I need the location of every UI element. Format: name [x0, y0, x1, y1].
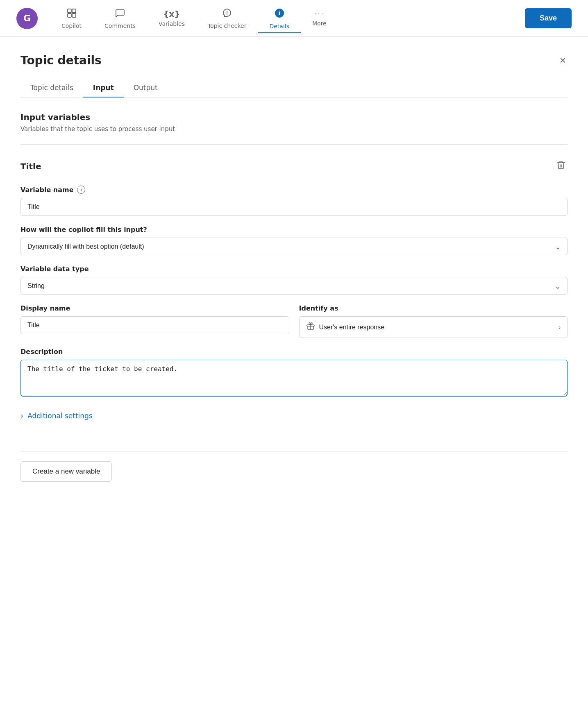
identify-as-group: Identify as User's entire r: [299, 304, 568, 338]
additional-settings-toggle[interactable]: › Additional settings: [20, 408, 568, 423]
nav-items: Copilot Comments {x} Variables Topi: [50, 4, 521, 33]
additional-settings-chevron-icon: ›: [20, 411, 23, 420]
display-name-group: Display name: [20, 304, 289, 338]
display-name-label: Display name: [20, 304, 289, 312]
fill-input-label: How will the copilot fill this input?: [20, 226, 568, 234]
section-divider: [20, 144, 568, 145]
avatar: G: [16, 8, 38, 29]
identify-as-left: User's entire response: [306, 322, 385, 333]
variable-name-info-icon[interactable]: i: [77, 186, 85, 194]
topbar: G Copilot Comments {x} Va: [0, 0, 588, 37]
data-type-select-wrapper: String ⌄: [20, 277, 568, 295]
variable-card-title: Title: [20, 161, 41, 171]
fill-input-group: How will the copilot fill this input? Dy…: [20, 226, 568, 255]
details-label: Details: [269, 23, 289, 29]
nav-item-details[interactable]: i Details: [258, 4, 301, 33]
nav-item-comments[interactable]: Comments: [93, 5, 147, 32]
description-input[interactable]: The title of the ticket to be created.: [20, 360, 568, 397]
delete-variable-button[interactable]: [554, 159, 568, 174]
page-header: Topic details ×: [20, 53, 568, 67]
variable-card-header: Title: [20, 159, 568, 174]
details-icon: i: [274, 7, 285, 20]
fill-input-select-wrapper: Dynamically fill with best option (defau…: [20, 238, 568, 255]
svg-point-5: [227, 14, 227, 15]
footer-divider: [20, 451, 568, 451]
copilot-label: Copilot: [61, 23, 82, 29]
nav-item-more[interactable]: ··· More: [301, 7, 338, 30]
tab-topic-details[interactable]: Topic details: [20, 79, 83, 97]
identify-as-chevron-icon: ›: [558, 324, 561, 331]
svg-rect-3: [72, 14, 76, 17]
page-title: Topic details: [20, 54, 102, 67]
comments-label: Comments: [104, 23, 136, 29]
identify-as-label: Identify as: [299, 304, 568, 312]
variable-name-group: Variable name i: [20, 186, 568, 216]
fill-input-select[interactable]: Dynamically fill with best option (defau…: [20, 238, 568, 255]
data-type-label: Variable data type: [20, 265, 568, 273]
svg-rect-0: [68, 9, 71, 13]
variables-label: Variables: [159, 20, 185, 27]
identify-as-value: User's entire response: [319, 324, 385, 331]
tabs: Topic details Input Output: [20, 79, 568, 97]
nav-item-topic-checker[interactable]: Topic checker: [196, 5, 258, 32]
more-label: More: [312, 20, 327, 27]
svg-rect-1: [72, 9, 76, 13]
create-variable-button[interactable]: Create a new variable: [20, 461, 112, 482]
main-content: Topic details × Topic details Input Outp…: [0, 37, 588, 498]
svg-text:i: i: [278, 10, 280, 16]
data-type-select[interactable]: String: [20, 277, 568, 295]
description-label: Description: [20, 348, 568, 356]
display-name-input[interactable]: [20, 316, 289, 334]
tab-output[interactable]: Output: [124, 79, 168, 97]
copilot-icon: [66, 8, 77, 20]
close-button[interactable]: ×: [558, 53, 568, 67]
section-title: Input variables: [20, 112, 568, 122]
description-group: Description The title of the ticket to b…: [20, 348, 568, 398]
variable-name-input[interactable]: [20, 198, 568, 216]
variables-icon: {x}: [163, 10, 180, 18]
save-button[interactable]: Save: [525, 8, 572, 28]
svg-rect-2: [68, 14, 71, 17]
variable-name-label: Variable name i: [20, 186, 568, 194]
variable-card: Title Variable name i How will the copil…: [20, 154, 568, 441]
display-identify-row: Display name Identify as: [20, 304, 568, 338]
data-type-group: Variable data type String ⌄: [20, 265, 568, 295]
section-desc: Variables that the topic uses to process…: [20, 125, 568, 133]
nav-item-copilot[interactable]: Copilot: [50, 5, 93, 32]
identify-as-button[interactable]: User's entire response ›: [299, 316, 568, 338]
tab-input[interactable]: Input: [83, 79, 124, 97]
gift-icon: [306, 322, 315, 333]
additional-settings-label: Additional settings: [27, 412, 93, 420]
comments-icon: [115, 8, 125, 20]
nav-item-variables[interactable]: {x} Variables: [147, 7, 196, 30]
more-icon: ···: [315, 10, 324, 18]
topic-checker-icon: [222, 8, 232, 20]
topic-checker-label: Topic checker: [208, 23, 247, 29]
